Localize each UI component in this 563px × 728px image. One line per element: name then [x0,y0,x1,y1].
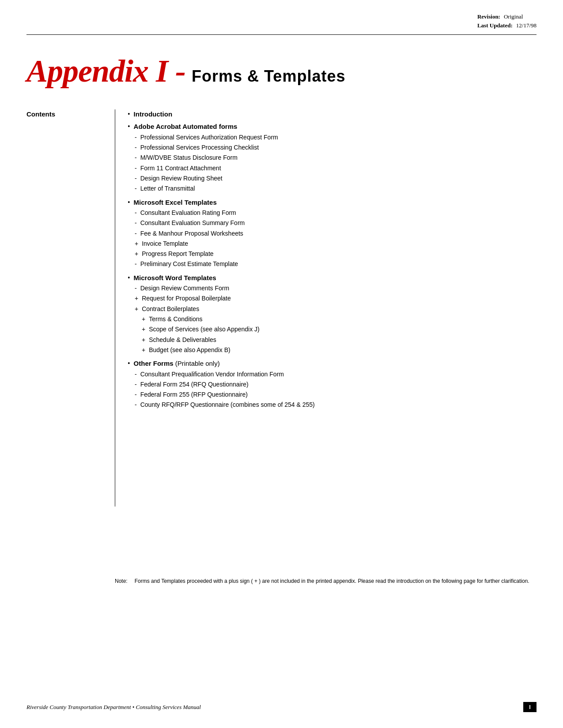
bullet-excel: • [128,198,130,207]
bullet-other: • [128,359,130,368]
dash-icon: - [135,153,137,162]
adobe-label: Adobe Acrobat Automated forms [134,122,238,131]
adobe-sub-list: - Professional Services Authorization Re… [128,133,278,193]
contents-label: Contents [26,110,55,118]
other-label: Other Forms (Printable only) [134,359,220,368]
list-item: - Professional Services Processing Check… [128,143,278,152]
dash-icon: - [135,259,137,268]
bullet-adobe: • [128,122,130,131]
dash-icon: - [135,380,137,389]
list-item: - Design Review Routing Sheet [128,174,278,183]
word-label: Microsoft Word Templates [134,273,216,282]
revision-value: Original [504,12,523,21]
list-item: - M/W/DVBE Status Disclosure Form [128,153,278,162]
toc-item-excel: • Microsoft Excel Templates - Consultant… [128,198,537,270]
list-item: + Terms & Conditions [128,315,260,323]
plus-icon: + [135,304,138,313]
list-item: - Consultant Evaluation Rating Form [128,208,245,217]
vertical-divider [115,109,115,507]
list-item: - Consultant Prequalification Vendor Inf… [128,370,315,379]
bullet-introduction: • [128,109,130,119]
item-label: Terms & Conditions [149,315,202,323]
footer-text: Riverside County Transportation Departme… [26,704,201,711]
list-item: + Contract Boilerplates [128,304,260,313]
item-label: Scope of Services (see also Appendix J) [149,325,260,334]
left-column: Contents [26,109,115,507]
list-item: - Federal Form 255 (RFP Questionnaire) [128,390,315,399]
title-appendix: Appendix I - [26,53,185,90]
plus-icon: + [135,294,138,303]
list-item: - Design Review Comments Form [128,284,260,293]
revision-label: Revision: [477,12,500,21]
last-updated-value: 12/17/98 [516,21,537,30]
dash-icon: - [135,218,137,227]
list-item: - Preliminary Cost Estimate Template [128,259,245,268]
word-sub-list: - Design Review Comments Form + Request … [128,284,260,354]
dash-icon: - [135,143,137,152]
list-item: + Progress Report Template [128,249,245,258]
footer: Riverside County Transportation Departme… [26,702,537,712]
introduction-label: Introduction [134,109,172,119]
item-label: Request for Proposal Boilerplate [142,294,231,303]
footer-page-number: I [523,702,537,712]
list-item: + Scope of Services (see also Appendix J… [128,325,260,334]
excel-label: Microsoft Excel Templates [134,198,217,207]
item-label: Design Review Comments Form [140,284,230,293]
bullet-word: • [128,273,130,283]
item-label: Form 11 Contract Attachment [140,164,221,173]
item-label: Progress Report Template [142,249,213,258]
item-label: Contract Boilerplates [142,304,199,313]
note-label: Note: [115,577,128,585]
last-updated-label: Last Updated: [477,21,513,30]
plus-icon: + [142,335,145,344]
list-item: - Federal Form 254 (RFQ Questionnaire) [128,380,315,389]
item-label: Invoice Template [142,239,188,248]
toc: • Introduction • Adobe Acrobat Automated… [128,109,537,507]
dash-icon: - [135,133,137,142]
item-label: Federal Form 254 (RFQ Questionnaire) [140,380,249,389]
toc-item-introduction: • Introduction [128,109,537,119]
plus-icon: + [142,325,145,334]
toc-item-other: • Other Forms (Printable only) - Consult… [128,359,537,411]
item-label: Fee & Manhour Proposal Worksheets [140,229,243,238]
item-label: County RFQ/RFP Questionnaire (combines s… [140,400,315,409]
item-label: Consultant Prequalification Vendor Infor… [140,370,284,379]
dash-icon: - [135,174,137,183]
page-container: Revision: Original Last Updated: 12/17/9… [0,0,563,728]
toc-item-adobe: • Adobe Acrobat Automated forms - Profes… [128,122,537,195]
dash-icon: - [135,164,137,173]
content-area: Contents • Introduction • Adobe Acrobat … [26,109,537,507]
item-label: Preliminary Cost Estimate Template [140,259,238,268]
dash-icon: - [135,390,137,399]
item-label: Design Review Routing Sheet [140,174,223,183]
list-item: + Request for Proposal Boilerplate [128,294,260,303]
dash-icon: - [135,370,137,379]
main-title: Appendix I - Forms & Templates [26,53,345,90]
list-item: - Professional Services Authorization Re… [128,133,278,142]
plus-icon: + [142,315,145,323]
list-item: + Budget (see also Appendix B) [128,345,260,354]
dash-icon: - [135,284,137,293]
list-item: - Consultant Evaluation Summary Form [128,218,245,227]
boilerplate-sub-list: + Terms & Conditions + Scope of Services… [128,315,260,354]
list-item: - Letter of Transmittal [128,184,278,193]
item-label: Professional Services Authorization Requ… [140,133,278,142]
toc-list: • Introduction • Adobe Acrobat Automated… [128,109,537,411]
item-label: Federal Form 255 (RFP Questionnaire) [140,390,248,399]
item-label: Consultant Evaluation Summary Form [140,218,245,227]
top-rule [26,34,537,35]
list-item: + Schedule & Deliverables [128,335,260,344]
item-label: Schedule & Deliverables [149,335,216,344]
plus-icon: + [135,249,138,258]
item-label: M/W/DVBE Status Disclosure Form [140,153,238,162]
note-area: Note: Forms and Templates proceeded with… [115,577,537,585]
item-label: Professional Services Processing Checkli… [140,143,259,152]
header: Revision: Original Last Updated: 12/17/9… [477,12,537,30]
excel-sub-list: - Consultant Evaluation Rating Form - Co… [128,208,245,269]
title-forms: Forms & Templates [192,67,345,86]
item-label: Consultant Evaluation Rating Form [140,208,236,217]
toc-item-word: • Microsoft Word Templates - Design Revi… [128,273,537,356]
note-text: Forms and Templates proceeded with a plu… [135,577,529,585]
dash-icon: - [135,208,137,217]
list-item: - Form 11 Contract Attachment [128,164,278,173]
